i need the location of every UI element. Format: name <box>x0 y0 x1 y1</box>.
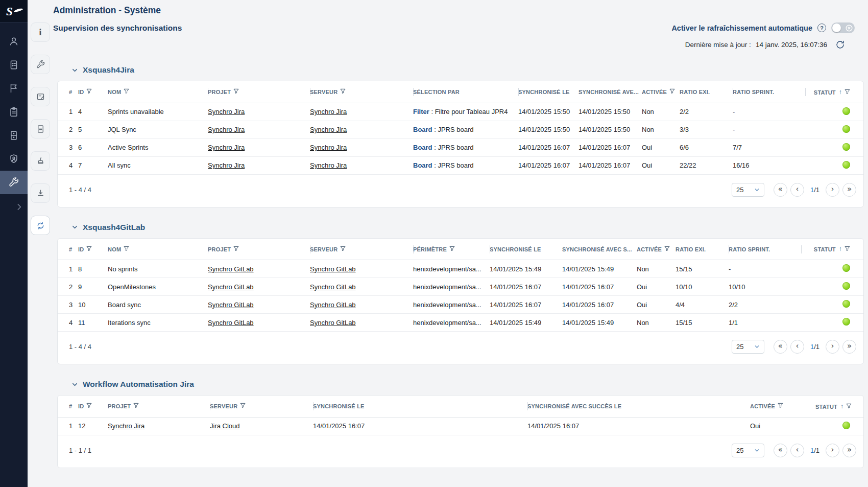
column-header-perimetre[interactable]: PÉRIMÈTRE <box>413 239 490 260</box>
rail-synchronizations-button[interactable] <box>31 216 50 235</box>
filter-icon[interactable] <box>133 403 139 408</box>
column-header-statut[interactable]: STATUT↑ <box>801 239 863 260</box>
section-header-xsquash4jira[interactable]: Xsquash4Jira <box>53 65 864 75</box>
column-header-activee[interactable]: ACTIVÉE <box>750 396 815 417</box>
section-title-label: Workflow Automatisation Jira <box>83 380 194 389</box>
next-page-button[interactable]: › <box>826 444 839 457</box>
column-header-projet[interactable]: PROJET <box>208 81 310 103</box>
serveur-link[interactable]: Synchro Jira <box>310 144 347 151</box>
sidebar-item-test-cases[interactable] <box>0 100 28 124</box>
next-page-button[interactable]: › <box>826 183 839 197</box>
column-header-statut[interactable]: STATUT↑ <box>805 81 863 103</box>
rail-cleanup-button[interactable] <box>31 151 50 171</box>
projet-link[interactable]: Synchro Jira <box>208 108 245 115</box>
rail-documents-button[interactable] <box>31 119 50 138</box>
filter-icon[interactable] <box>778 403 783 408</box>
filter-icon[interactable] <box>86 246 92 251</box>
rail-info-button[interactable]: i <box>31 22 50 42</box>
column-header-nom[interactable]: NOM <box>108 239 208 260</box>
serveur-link[interactable]: Synchro Jira <box>310 108 347 115</box>
page-size-select[interactable]: 25 <box>732 340 764 354</box>
filter-icon[interactable] <box>669 88 675 94</box>
projet-link[interactable]: Synchro Jira <box>108 422 144 430</box>
sidebar-item-administration[interactable] <box>0 171 28 194</box>
column-header-projet[interactable]: PROJET <box>108 396 210 417</box>
rail-system-button[interactable] <box>31 55 50 74</box>
filter-icon[interactable] <box>124 88 129 94</box>
auto-refresh-toggle[interactable] <box>831 22 855 33</box>
filter-icon[interactable] <box>124 246 129 251</box>
filter-icon[interactable] <box>845 246 850 251</box>
column-header-serveur[interactable]: SERVEUR <box>310 239 413 260</box>
filter-icon[interactable] <box>240 403 246 408</box>
filter-icon[interactable] <box>340 246 346 251</box>
last-page-button[interactable]: » <box>842 444 856 457</box>
filter-icon[interactable] <box>664 246 670 251</box>
projet-link[interactable]: Synchro GitLab <box>208 265 254 273</box>
selection-value: JPRS board <box>438 126 473 133</box>
column-header-id[interactable]: ID <box>78 81 108 103</box>
sidebar-item-user[interactable] <box>0 30 28 53</box>
synchronise-le-cell: 14/01/2025 15:49 <box>490 260 562 278</box>
squash-logo[interactable]: S <box>0 0 28 22</box>
serveur-link[interactable]: Synchro Jira <box>310 161 347 169</box>
column-header-serveur[interactable]: SERVEUR <box>310 81 413 103</box>
id-cell: 7 <box>78 156 108 174</box>
serveur-link[interactable]: Jira Cloud <box>210 422 240 430</box>
filter-icon[interactable] <box>340 88 346 94</box>
rail-modification-button[interactable] <box>31 87 50 106</box>
projet-link[interactable]: Synchro GitLab <box>208 283 254 291</box>
filter-icon[interactable] <box>846 403 852 409</box>
column-header-activee[interactable]: ACTIVÉE <box>642 81 680 103</box>
column-header-statut[interactable]: STATUT↑ <box>815 396 863 417</box>
serveur-link[interactable]: Synchro GitLab <box>310 265 356 273</box>
page-size-select[interactable]: 25 <box>732 183 764 197</box>
help-icon[interactable]: ? <box>817 24 826 32</box>
projet-link[interactable]: Synchro Jira <box>208 144 245 151</box>
first-page-button[interactable]: « <box>774 183 787 197</box>
synchronise-le-cell: 14/01/2025 16:07 <box>490 296 562 314</box>
activee-cell: Non <box>642 121 680 138</box>
column-header-id[interactable]: ID <box>78 396 108 417</box>
refresh-button[interactable] <box>835 39 846 50</box>
column-header-nom[interactable]: NOM <box>108 81 208 103</box>
sidebar-item-campaigns[interactable] <box>0 77 28 100</box>
section-header-workflow[interactable]: Workflow Automatisation Jira <box>53 380 864 389</box>
sidebar-collapse-chevron[interactable] <box>0 202 28 212</box>
rail-downloads-button[interactable] <box>31 183 50 203</box>
projet-link[interactable]: Synchro GitLab <box>208 301 254 309</box>
sidebar-item-requirements[interactable] <box>0 53 28 77</box>
table-row: 36Active SprintsSynchro JiraSynchro Jira… <box>58 138 863 156</box>
filter-icon[interactable] <box>233 246 239 251</box>
page-size-select[interactable]: 25 <box>732 444 764 457</box>
previous-page-button[interactable]: ‹ <box>790 340 804 354</box>
filter-icon[interactable] <box>86 403 92 408</box>
column-header-projet[interactable]: PROJET <box>208 239 310 260</box>
previous-page-button[interactable]: ‹ <box>790 183 804 197</box>
projet-link[interactable]: Synchro Jira <box>208 126 245 133</box>
next-page-button[interactable]: › <box>826 340 839 354</box>
filter-icon[interactable] <box>86 88 92 94</box>
serveur-link[interactable]: Synchro GitLab <box>310 319 356 327</box>
projet-link[interactable]: Synchro GitLab <box>208 319 254 327</box>
filter-icon[interactable] <box>449 246 455 251</box>
last-page-button[interactable]: » <box>842 340 856 354</box>
column-header-activee[interactable]: ACTIVÉE <box>637 239 676 260</box>
filter-icon[interactable] <box>233 88 239 94</box>
page-indicator: 1/1 <box>810 447 819 454</box>
section-header-xsquash4gitlab[interactable]: Xsquash4GitLab <box>53 223 864 232</box>
sidebar-item-security[interactable] <box>0 147 28 171</box>
column-header-id[interactable]: ID <box>78 239 108 260</box>
first-page-button[interactable]: « <box>774 444 787 457</box>
sidebar-item-executions[interactable] <box>0 124 28 147</box>
first-page-button[interactable]: « <box>774 340 787 354</box>
ratio-sprint-cell: 10/10 <box>729 278 801 296</box>
filter-icon[interactable] <box>845 89 850 95</box>
serveur-link[interactable]: Synchro GitLab <box>310 283 356 291</box>
serveur-link[interactable]: Synchro Jira <box>310 126 347 133</box>
previous-page-button[interactable]: ‹ <box>790 444 804 457</box>
last-page-button[interactable]: » <box>842 183 856 197</box>
projet-link[interactable]: Synchro Jira <box>208 161 245 169</box>
serveur-link[interactable]: Synchro GitLab <box>310 301 356 309</box>
column-header-serveur[interactable]: SERVEUR <box>210 396 313 417</box>
